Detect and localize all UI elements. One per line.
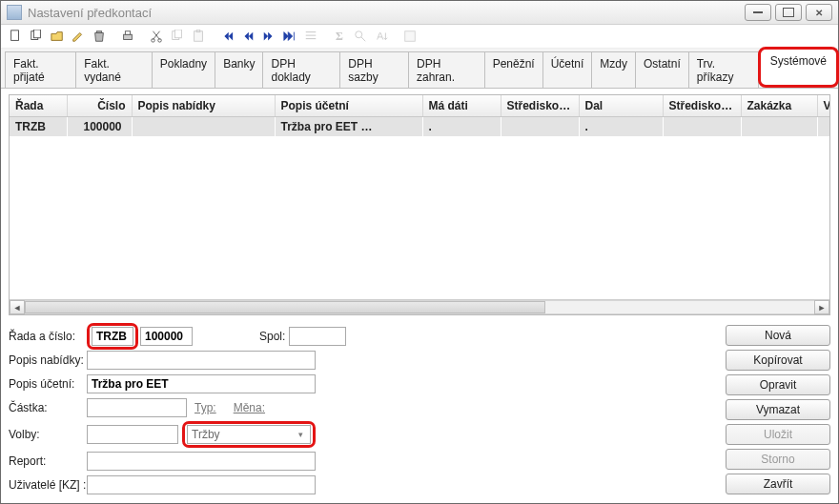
col-volby[interactable]: Volby (817, 95, 829, 117)
label-popis-ucetni: Popis účetní: (9, 377, 87, 391)
scroll-left-icon[interactable]: ◄ (10, 300, 25, 314)
label-mena[interactable]: Měna: (234, 401, 265, 414)
svg-rect-2 (33, 30, 40, 38)
search-icon[interactable] (352, 28, 369, 45)
last-icon[interactable] (281, 28, 298, 45)
tabstrip: Fakt. přijaté Fakt. vydané Pokladny Bank… (1, 49, 838, 89)
close-button[interactable]: ✕ (806, 4, 832, 21)
chevron-down-icon: ▾ (298, 430, 306, 439)
copy-doc-icon[interactable] (28, 28, 45, 45)
window-title: Nastavení předkontací (28, 6, 745, 20)
list-icon[interactable] (302, 28, 319, 45)
tab-systemove[interactable]: Systémové (758, 47, 839, 88)
svg-rect-10 (194, 31, 203, 42)
tab-ostatni[interactable]: Ostatní (635, 51, 689, 88)
storno-button: Storno (726, 449, 830, 470)
next-icon[interactable] (260, 28, 277, 45)
app-icon (7, 5, 22, 20)
grid-header-row: Řada Číslo Popis nabídky Popis účetní Má… (10, 95, 829, 117)
col-zakazka[interactable]: Zakázka (741, 95, 817, 117)
app-window: Nastavení předkontací ✕ Σ Fakt. (0, 0, 839, 504)
col-cislo[interactable]: Číslo (67, 95, 132, 117)
highlight-volby-combo: Tržby ▾ (182, 421, 316, 448)
tab-fakt-prijate[interactable]: Fakt. přijaté (5, 51, 76, 88)
label-report: Report: (9, 454, 87, 468)
note-icon[interactable] (401, 28, 419, 45)
new-doc-icon[interactable] (7, 28, 24, 45)
scroll-thumb[interactable] (25, 301, 545, 313)
tab-dph-zahran[interactable]: DPH zahran. (408, 51, 485, 88)
label-volby: Volby: (9, 428, 87, 441)
castka-field[interactable] (87, 398, 187, 417)
report-field[interactable] (87, 452, 316, 471)
popis-ucetni-field[interactable] (87, 374, 316, 393)
popis-nabidky-field[interactable] (87, 351, 316, 370)
cut-icon[interactable] (148, 28, 165, 45)
print-icon[interactable] (119, 28, 136, 45)
rada-field[interactable] (92, 327, 133, 346)
paste-icon[interactable] (190, 28, 207, 45)
label-rada-cislo: Řada a číslo: (9, 330, 87, 343)
svg-rect-0 (11, 30, 19, 41)
cislo-field[interactable] (140, 327, 193, 346)
col-popis-ucetni[interactable]: Popis účetní (275, 95, 422, 117)
col-rada[interactable]: Řada (10, 95, 67, 117)
tab-fakt-vydane[interactable]: Fakt. vydané (75, 51, 153, 88)
tab-banky[interactable]: Banky (215, 51, 263, 88)
tab-ucetni[interactable]: Účetní (542, 51, 593, 88)
col-stredisko2[interactable]: Středisko… (663, 95, 741, 117)
tab-penezni[interactable]: Peněžní (484, 51, 543, 88)
svg-rect-4 (124, 34, 133, 39)
prev-icon[interactable] (239, 28, 256, 45)
highlight-rada (87, 323, 138, 350)
sort-icon[interactable] (373, 28, 390, 45)
horizontal-scrollbar[interactable]: ◄ ► (10, 299, 829, 314)
svg-rect-3 (96, 31, 101, 33)
col-popis-nabidky[interactable]: Popis nabídky (132, 95, 275, 117)
maximize-button[interactable] (775, 4, 802, 21)
svg-rect-11 (196, 30, 200, 32)
first-icon[interactable] (218, 28, 235, 45)
volby-combo-value: Tržby (192, 428, 220, 441)
kopirovat-button[interactable]: Kopírovat (726, 350, 830, 371)
col-ma-dati[interactable]: Má dáti (422, 95, 501, 117)
uzivatele-field[interactable] (87, 475, 316, 494)
tab-dph-sazby[interactable]: DPH sazby (339, 51, 409, 88)
svg-rect-9 (174, 30, 181, 38)
sum-icon[interactable]: Σ (331, 28, 348, 45)
label-typ[interactable]: Typ: (194, 401, 216, 414)
label-spol: Spol: (259, 330, 285, 343)
data-grid[interactable]: Řada Číslo Popis nabídky Popis účetní Má… (9, 94, 830, 315)
tab-dph-doklady[interactable]: DPH doklady (262, 51, 340, 88)
label-popis-nabidky: Popis nabídky: (9, 353, 87, 367)
vymazat-button[interactable]: Vymazat (726, 399, 830, 420)
tab-mzdy[interactable]: Mzdy (591, 51, 636, 88)
col-stredisko1[interactable]: Středisko… (501, 95, 579, 117)
table-row[interactable]: TRZB 100000 Tržba pro EET … . . (10, 117, 829, 137)
svg-point-12 (356, 31, 362, 38)
copy-icon[interactable] (169, 28, 186, 45)
col-dal[interactable]: Dal (579, 95, 663, 117)
open-icon[interactable] (49, 28, 66, 45)
volby-field[interactable] (87, 425, 178, 444)
edit-icon[interactable] (70, 28, 87, 45)
svg-rect-5 (125, 31, 130, 35)
toolbar: Σ (1, 25, 838, 49)
tab-pokladny[interactable]: Pokladny (152, 51, 215, 88)
spol-field[interactable] (289, 327, 346, 346)
minimize-button[interactable] (745, 4, 771, 21)
delete-icon[interactable] (91, 28, 108, 45)
opravit-button[interactable]: Opravit (726, 374, 830, 395)
label-castka: Částka: (9, 401, 87, 414)
svg-rect-13 (405, 31, 416, 42)
scroll-right-icon[interactable]: ► (814, 300, 829, 314)
ulozit-button: Uložit (726, 424, 830, 445)
label-uzivatele-kz: Uživatelé [KZ] : (9, 478, 87, 492)
nova-button[interactable]: Nová (726, 325, 830, 346)
volby-combo[interactable]: Tržby ▾ (187, 425, 311, 444)
titlebar: Nastavení předkontací ✕ (1, 1, 838, 25)
zavrit-button[interactable]: Zavřít (726, 474, 830, 494)
tab-trv-prikazy[interactable]: Trv. příkazy (688, 51, 759, 88)
